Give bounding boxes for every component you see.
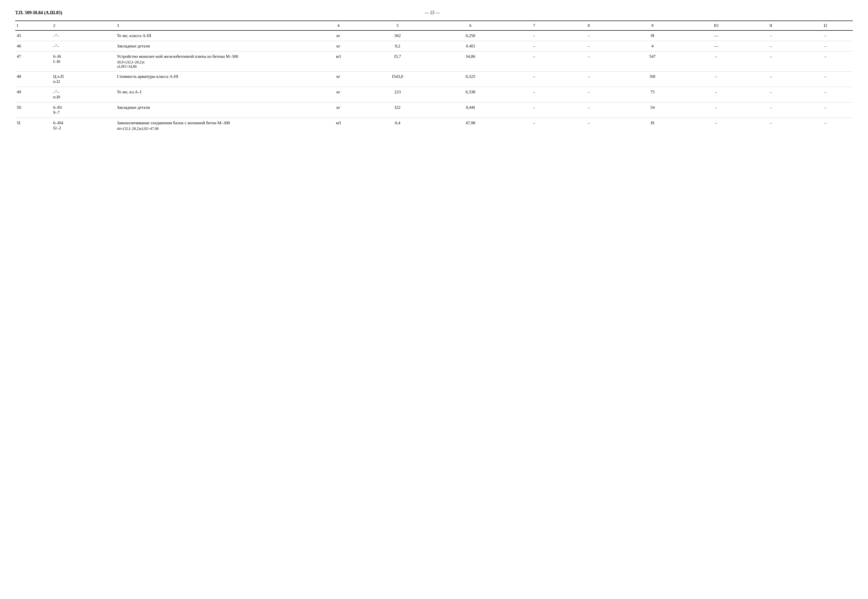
col-header-3: 3 xyxy=(115,21,315,30)
table-row: 49–"– п.I0То же, кл.А–Iкг2230,338––75––– xyxy=(15,87,853,102)
row-unit: кг xyxy=(315,41,361,51)
row-col10: – xyxy=(689,102,743,118)
row-col7: – xyxy=(507,30,561,41)
row-col11: – xyxy=(743,87,798,102)
row-description-sub: 44+(32,I–28,2)xI,02=47,98 xyxy=(117,126,314,131)
row-col7: – xyxy=(507,118,561,134)
row-col7: – xyxy=(507,102,561,118)
row-col11: – xyxy=(743,102,798,118)
row-col5: I5,7 xyxy=(361,51,434,72)
row-description: Закладные детали xyxy=(115,41,315,51)
col-header-11: II xyxy=(743,21,798,30)
row-col5: 0,4 xyxy=(361,118,434,134)
row-col12: – xyxy=(798,41,853,51)
row-unit: кг xyxy=(315,102,361,118)
col-header-2: 2 xyxy=(52,21,115,30)
row-col6: 0.4I3 xyxy=(434,41,507,51)
row-col6: 0,325 xyxy=(434,72,507,87)
row-col7: – xyxy=(507,41,561,51)
row-col5: 223 xyxy=(361,87,434,102)
row-number: 5I xyxy=(15,118,52,134)
row-col11: – xyxy=(743,30,798,41)
row-col10: — xyxy=(689,41,743,51)
row-col7: – xyxy=(507,87,561,102)
row-col8: – xyxy=(562,51,616,72)
row-col12: – xyxy=(798,30,853,41)
row-unit: кг xyxy=(315,30,361,41)
row-col8: – xyxy=(562,41,616,51)
row-ref: Ц.ч.П п.I2 xyxy=(52,72,115,87)
col-header-9: 9 xyxy=(616,21,689,30)
row-col10: — xyxy=(689,30,743,41)
row-ref: 6–I6 I–I6 xyxy=(52,51,115,72)
row-col8: – xyxy=(562,72,616,87)
col-header-8: 8 xyxy=(562,21,616,30)
row-unit: м3 xyxy=(315,51,361,72)
row-col11: – xyxy=(743,72,798,87)
col-header-12: I2 xyxy=(798,21,853,30)
row-number: 50 xyxy=(15,102,52,118)
row-col10: – xyxy=(689,72,743,87)
row-col12: – xyxy=(798,87,853,102)
row-number: 49 xyxy=(15,87,52,102)
row-col11: – xyxy=(743,51,798,72)
row-ref: 6–I04 I2–2 xyxy=(52,118,115,134)
row-unit: кг xyxy=(315,87,361,102)
col-header-6: 6 xyxy=(434,21,507,30)
row-col8: – xyxy=(562,102,616,118)
row-unit: м3 xyxy=(315,118,361,134)
row-col11: – xyxy=(743,41,798,51)
main-table-container: I 2 3 4 5 6 7 8 9 IO II I2 45–"–То же, к… xyxy=(15,21,853,133)
data-table: I 2 3 4 5 6 7 8 9 IO II I2 45–"–То же, к… xyxy=(15,21,853,133)
table-row: 48Ц.ч.П п.I2Стоимость арматуры класса А-… xyxy=(15,72,853,87)
row-description: То же, класса А-III xyxy=(115,30,315,41)
row-description: Устройство монолит-ной железобетонной пл… xyxy=(115,51,315,72)
row-ref: –"– xyxy=(52,41,115,51)
row-col9: 9I xyxy=(616,30,689,41)
row-col5: 9,2 xyxy=(361,41,434,51)
table-row: 506–83 9–7Закладные деталикгI220,44I––54… xyxy=(15,102,853,118)
row-col9: 50I xyxy=(616,72,689,87)
row-col9: 54 xyxy=(616,102,689,118)
row-description: Замоноличивание соединения балок с колон… xyxy=(115,118,315,134)
row-col12: – xyxy=(798,51,853,72)
row-col6: 0,338 xyxy=(434,87,507,102)
row-col7: – xyxy=(507,72,561,87)
row-col9: 547 xyxy=(616,51,689,72)
col-header-4: 4 xyxy=(315,21,361,30)
row-col6: 0,44I xyxy=(434,102,507,118)
row-unit: кг xyxy=(315,72,361,87)
row-description-sub: 30,9+(32,I–28,2)x xI,0I5=34,86 xyxy=(117,60,314,69)
table-row: 45–"–То же, класса А-IIIкг3620,250––9I—–… xyxy=(15,30,853,41)
page-header: Т.П. 509-I0.84 (А.Ш.85) — 15 — xyxy=(15,10,853,15)
row-col10: – xyxy=(689,51,743,72)
table-row: 476–I6 I–I6Устройство монолит-ной железо… xyxy=(15,51,853,72)
row-ref: –"– п.I0 xyxy=(52,87,115,102)
row-col10: – xyxy=(689,87,743,102)
row-description: Закладные детали xyxy=(115,102,315,118)
row-col8: – xyxy=(562,30,616,41)
col-header-5: 5 xyxy=(361,21,434,30)
row-ref: –"– xyxy=(52,30,115,41)
row-col8: – xyxy=(562,87,616,102)
row-col9: 75 xyxy=(616,87,689,102)
row-col9: 4 xyxy=(616,41,689,51)
row-col6: 34,86 xyxy=(434,51,507,72)
row-col5: I543,0 xyxy=(361,72,434,87)
row-number: 47 xyxy=(15,51,52,72)
row-col6: 0,250 xyxy=(434,30,507,41)
row-ref: 6–83 9–7 xyxy=(52,102,115,118)
table-header-row: I 2 3 4 5 6 7 8 9 IO II I2 xyxy=(15,21,853,30)
header-title: Т.П. 509-I0.84 (А.Ш.85) xyxy=(15,10,62,15)
row-col5: 362 xyxy=(361,30,434,41)
row-description: То же, кл.А–I xyxy=(115,87,315,102)
row-col8: – xyxy=(562,118,616,134)
row-col12: – xyxy=(798,72,853,87)
page-number: — 15 — xyxy=(425,10,440,15)
col-header-10: IO xyxy=(689,21,743,30)
table-row: 5I6–I04 I2–2Замоноличивание соединения б… xyxy=(15,118,853,134)
row-col9: I9 xyxy=(616,118,689,134)
row-col10: – xyxy=(689,118,743,134)
row-col11: – xyxy=(743,118,798,134)
row-col7: – xyxy=(507,51,561,72)
